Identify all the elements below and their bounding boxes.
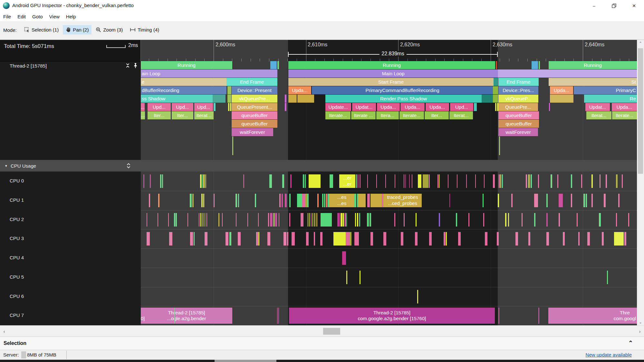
slice[interactable]: vkQueuePre... [232, 95, 277, 103]
slice[interactable] [401, 232, 403, 246]
slice[interactable] [466, 174, 467, 188]
slice[interactable] [618, 194, 620, 207]
slice[interactable]: Running [549, 61, 637, 69]
slice[interactable]: Re [584, 95, 637, 103]
slice[interactable] [416, 213, 417, 227]
slice[interactable] [213, 95, 226, 103]
slice[interactable] [346, 232, 350, 246]
slice[interactable] [306, 232, 309, 246]
slice[interactable] [498, 194, 499, 207]
timeline-area[interactable]: 2,600ms2,610ms2,620ms2,630ms2,640ms22.83… [0, 40, 637, 325]
slice[interactable] [230, 103, 231, 111]
slice[interactable] [559, 213, 560, 227]
slice[interactable] [446, 232, 447, 246]
slice[interactable] [190, 232, 193, 246]
slice[interactable] [277, 308, 278, 324]
slice[interactable] [358, 194, 366, 207]
slice[interactable] [274, 213, 274, 227]
slice[interactable] [534, 213, 535, 227]
slice[interactable] [227, 95, 231, 103]
slice[interactable] [367, 213, 369, 227]
slice[interactable]: dBufferRecording [141, 86, 226, 94]
slice[interactable] [602, 232, 604, 246]
scroll-down-icon[interactable]: ⌄ [637, 319, 644, 325]
slice[interactable]: Iterate... [325, 111, 351, 119]
slice[interactable] [563, 232, 565, 246]
slice[interactable] [505, 213, 506, 227]
slice[interactable]: queueBuffer [232, 120, 277, 128]
expand-panel-icon[interactable]: ⌃ [628, 339, 633, 347]
slice[interactable] [255, 194, 256, 207]
close-button[interactable]: ✕ [624, 0, 644, 12]
slice[interactable] [604, 194, 606, 207]
slice[interactable] [168, 213, 169, 227]
slice[interactable] [549, 103, 550, 111]
slice[interactable]: Update... [325, 103, 351, 111]
slice[interactable] [538, 308, 539, 324]
slice[interactable] [357, 213, 358, 227]
slice[interactable] [268, 213, 269, 227]
slice[interactable] [404, 213, 405, 227]
slice[interactable] [583, 194, 585, 207]
slice[interactable] [370, 194, 382, 207]
horizontal-scrollbar[interactable]: ‹ › [0, 325, 644, 337]
slice[interactable] [571, 174, 572, 188]
slice[interactable] [468, 213, 469, 227]
slice[interactable]: St [549, 78, 637, 86]
slice[interactable]: Upd... [148, 103, 171, 111]
slice[interactable] [600, 174, 601, 188]
slice[interactable] [194, 232, 195, 246]
slice[interactable]: waitForever [498, 128, 538, 136]
slice[interactable] [482, 95, 493, 103]
slice[interactable] [322, 194, 323, 207]
slice[interactable] [176, 213, 177, 227]
slice[interactable]: Threcom.googl [548, 308, 637, 324]
slice[interactable] [581, 174, 582, 188]
slice[interactable] [214, 194, 215, 207]
slice[interactable] [228, 103, 229, 111]
slice[interactable] [205, 232, 207, 246]
slice[interactable] [238, 194, 239, 207]
slice[interactable] [417, 290, 418, 303]
slice[interactable] [200, 174, 201, 188]
slice[interactable]: Updat... [352, 103, 376, 111]
cpu-track-label-4[interactable]: CPU 4 [10, 255, 24, 260]
slice[interactable] [214, 103, 216, 111]
slice[interactable] [205, 213, 205, 227]
slice[interactable] [279, 213, 279, 227]
slice[interactable] [360, 174, 360, 188]
restore-button[interactable] [604, 0, 624, 12]
slice[interactable] [484, 174, 485, 188]
slice[interactable]: Upda... [400, 103, 425, 111]
cpu-track-label-5[interactable]: CPU 5 [10, 274, 24, 280]
slice[interactable] [267, 232, 270, 246]
menu-item-view[interactable]: View [46, 14, 63, 19]
slice[interactable] [288, 95, 297, 103]
slice[interactable] [192, 194, 194, 207]
slice[interactable]: Iterate ... [351, 111, 376, 119]
slice[interactable]: Upda... [288, 86, 311, 94]
slice[interactable]: Upda... [377, 103, 400, 111]
menu-item-file[interactable]: File [0, 14, 14, 19]
scroll-right-icon[interactable]: › [636, 326, 644, 337]
slice[interactable]: waitForever [232, 128, 273, 136]
slice[interactable] [187, 213, 188, 227]
slice[interactable] [341, 213, 342, 227]
cpu-track-label-1[interactable]: CPU 1 [10, 197, 24, 203]
slice[interactable] [546, 232, 549, 246]
slice[interactable]: e [141, 78, 226, 86]
menu-item-edit[interactable]: Edit [14, 14, 29, 19]
slice[interactable] [284, 232, 286, 246]
slice[interactable]: Running [288, 61, 495, 69]
slice[interactable] [499, 136, 500, 155]
slice[interactable] [457, 174, 457, 188]
slice[interactable] [292, 232, 295, 246]
slice[interactable] [607, 271, 608, 284]
slice[interactable] [346, 213, 347, 227]
slice[interactable] [218, 213, 219, 227]
slice[interactable] [270, 213, 273, 227]
slice[interactable] [370, 213, 371, 227]
vertical-scroll-thumb[interactable] [638, 48, 643, 174]
slice[interactable] [444, 232, 446, 246]
slice[interactable] [346, 271, 347, 284]
